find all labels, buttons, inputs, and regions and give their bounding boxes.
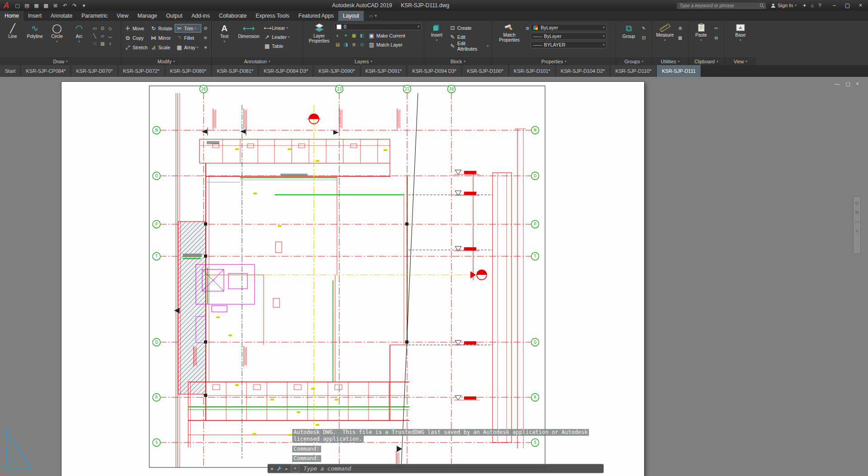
file-tab[interactable]: KSR-SJP-D101* xyxy=(509,65,556,77)
layer-tool-icon[interactable]: ◨ xyxy=(342,42,349,48)
sign-in-button[interactable]: Sign In ▾ xyxy=(771,3,797,8)
layer-tool-icon[interactable]: ⊙ xyxy=(359,42,365,48)
paste-button[interactable]: Paste ▾ xyxy=(691,22,711,42)
mirror-button[interactable]: ⋈Mirror xyxy=(149,34,175,42)
object-color-select[interactable]: ByLayer ▾ xyxy=(531,24,607,31)
file-tab[interactable]: KSR-SJP-D070* xyxy=(71,65,118,77)
ribbon-tab[interactable]: Insert xyxy=(24,11,46,21)
qat-more-icon[interactable]: ▾ xyxy=(79,0,89,11)
draw-tool-icon[interactable]: ∷ xyxy=(91,40,99,47)
draw-tool-icon[interactable]: ▨ xyxy=(99,40,106,47)
utility-tool-icon[interactable]: ▦ xyxy=(678,34,682,42)
group-button[interactable]: ⧉ Group xyxy=(618,22,639,39)
save-as-icon[interactable]: ▩ xyxy=(41,0,51,11)
file-tab[interactable]: KSR-SJP-D111 xyxy=(657,65,701,77)
create-block-button[interactable]: ⊡Create xyxy=(448,24,489,32)
match-layer-button[interactable]: ▥Match Layer xyxy=(367,41,403,48)
ribbon-tab[interactable]: View xyxy=(112,11,133,21)
lineweight-select[interactable]: —— ByLayer ▾ xyxy=(531,33,607,40)
ribbon-tab[interactable]: Output xyxy=(161,11,187,21)
layer-tool-icon[interactable]: ◧ xyxy=(359,33,365,39)
text-button[interactable]: A Text ▾ xyxy=(214,22,235,43)
close-icon[interactable]: × xyxy=(854,0,867,11)
layer-tool-icon[interactable]: ◐ xyxy=(334,33,341,39)
navbar-tool-icon[interactable]: ⊞ xyxy=(855,210,859,215)
minimize-icon[interactable]: – xyxy=(828,0,841,11)
ribbon-display-toggle-icon[interactable]: ▾ xyxy=(375,14,377,18)
command-input[interactable] xyxy=(303,465,601,472)
layer-tool-icon[interactable]: ▦ xyxy=(351,33,357,39)
ribbon-tab[interactable]: Annotate xyxy=(46,11,77,21)
ribbon-tab[interactable]: Express Tools xyxy=(251,11,294,21)
layer-properties-button[interactable]: Layer Properties xyxy=(305,22,333,43)
recent-commands-icon[interactable]: ▸ xyxy=(285,467,288,471)
edit-attributes-button[interactable]: ✎Edit Attributes▾ xyxy=(448,42,489,50)
trim-button[interactable]: ✂Trim▾ xyxy=(175,24,201,32)
command-line[interactable]: × ▸ > xyxy=(267,464,604,473)
help-search-box[interactable] xyxy=(676,2,767,9)
panel-label-utilities[interactable]: Utilities▾ xyxy=(652,57,688,65)
leader-button[interactable]: ↗Leader▾ xyxy=(263,33,290,41)
base-button[interactable]: Base ▾ xyxy=(730,22,751,42)
match-properties-button[interactable]: Match Properties xyxy=(494,22,524,42)
layer-tool-icon[interactable]: ▤ xyxy=(334,42,341,48)
panel-label-annotation[interactable]: Annotation▾ xyxy=(212,57,303,65)
autocad-logo-icon[interactable]: A xyxy=(0,0,13,11)
linetype-select[interactable]: —— BYLAYER ▾ xyxy=(531,41,607,48)
make-current-button[interactable]: ▣Make Current xyxy=(367,32,406,39)
ribbon-tab[interactable]: Manage xyxy=(133,11,161,21)
drawing-area[interactable]: 26232128NNOOPPTTQQRRSS xyxy=(0,77,868,476)
file-tab[interactable]: KSR-SJP-D104 D2* xyxy=(556,65,611,77)
panel-label-clipboard[interactable]: Clipboard▾ xyxy=(688,57,724,65)
navigation-bar[interactable]: ◎⊞▭≡ xyxy=(853,196,861,254)
panel-label-layers[interactable]: Layers▾ xyxy=(303,57,424,65)
table-button[interactable]: ▦Table xyxy=(263,42,290,50)
draw-tool-icon[interactable]: ◇ xyxy=(106,24,114,32)
file-tab[interactable]: KSR-SJP-D090* xyxy=(313,65,360,77)
ribbon-tab[interactable]: Featured Apps xyxy=(294,11,338,21)
maximize-icon[interactable]: ▢ xyxy=(841,0,854,11)
copy-button[interactable]: ⧉Copy xyxy=(123,34,149,42)
a360-icon[interactable]: ✦ xyxy=(801,3,808,9)
customize-wrench-icon[interactable] xyxy=(276,466,282,471)
draw-tool-icon[interactable]: ⊙ xyxy=(99,24,106,32)
dimension-button[interactable]: ⟷ Dimension xyxy=(236,22,261,39)
redo-icon[interactable]: ↷ xyxy=(70,0,79,11)
array-button[interactable]: ▦Array▾ xyxy=(175,43,201,51)
edit-block-button[interactable]: ✎Edit xyxy=(448,33,489,41)
drawing-plan[interactable]: 26232128NNOOPPTTQQRRSS xyxy=(0,77,868,476)
utility-tool-icon[interactable]: ⊕ xyxy=(678,24,682,32)
group-tool-icon[interactable]: ⊟ xyxy=(642,34,645,42)
close-icon[interactable]: × xyxy=(270,466,273,471)
draw-tool-icon[interactable]: ▭ xyxy=(91,24,99,32)
file-tab[interactable]: KSR-SJP-D081* xyxy=(212,65,259,77)
drawing-minimize-icon[interactable]: — xyxy=(835,81,840,87)
insert-button[interactable]: Insert ▾ xyxy=(427,22,447,42)
file-tab[interactable]: KSR-SJP-D080* xyxy=(165,65,212,77)
file-tab[interactable]: KSR-SJP-D091* xyxy=(360,65,408,77)
panel-label-draw[interactable]: Draw▾ xyxy=(0,57,121,65)
circle-button[interactable]: ◯ Circle ▾ xyxy=(47,22,67,43)
scale-button[interactable]: ⊿Scale xyxy=(149,43,175,51)
panel-label-modify[interactable]: Modify▾ xyxy=(121,57,211,65)
properties-list-icon[interactable]: ≣ xyxy=(526,22,529,32)
measure-button[interactable]: Measure ▾ xyxy=(655,22,675,42)
navbar-tool-icon[interactable]: ▭ xyxy=(855,220,859,224)
navbar-tool-icon[interactable]: ≡ xyxy=(856,229,859,234)
plot-icon[interactable]: ⊞ xyxy=(51,0,60,11)
ribbon-tab[interactable]: Home xyxy=(0,11,24,21)
layer-tool-icon[interactable]: ✦ xyxy=(342,33,349,39)
new-file-icon[interactable]: ▢ xyxy=(13,0,22,11)
file-tab[interactable]: KSR-SJP-D084 D3* xyxy=(259,65,313,77)
polyline-button[interactable]: ∿ Polyline xyxy=(24,22,45,39)
panel-label-properties[interactable]: Properties▾ xyxy=(492,57,616,65)
panel-label-groups[interactable]: Groups▾ xyxy=(616,57,652,65)
layer-tool-icon[interactable]: ≣ xyxy=(351,42,357,48)
stretch-button[interactable]: ⤢Stretch xyxy=(123,43,149,51)
file-tab[interactable]: KSR-SJP-D110* xyxy=(610,65,657,77)
linear-dimension-button[interactable]: ⟷Linear▾ xyxy=(263,24,290,32)
drawing-close-icon[interactable]: × xyxy=(856,81,859,87)
move-button[interactable]: ✛Move xyxy=(123,24,149,32)
ribbon-tab[interactable]: Parametric xyxy=(77,11,112,21)
group-tool-icon[interactable]: ✎ xyxy=(642,24,645,32)
